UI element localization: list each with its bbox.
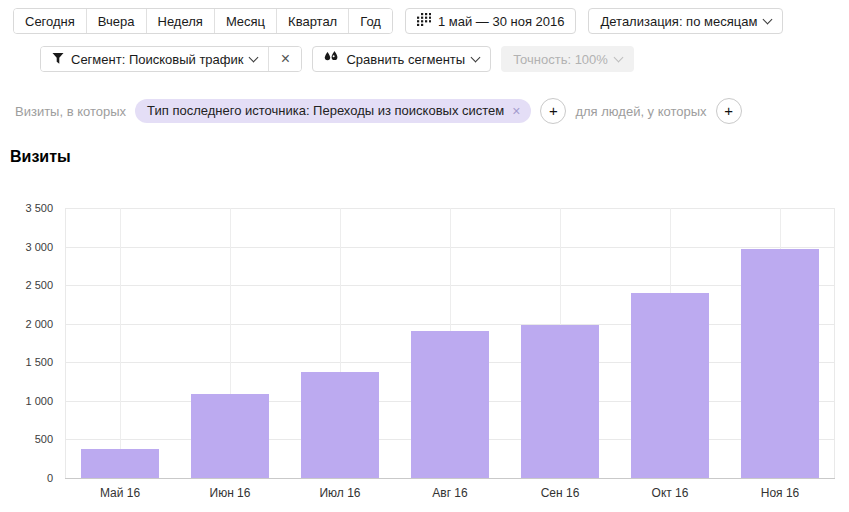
chevron-down-icon (249, 52, 259, 62)
chart-bar[interactable] (301, 372, 379, 478)
top-toolbar: СегодняВчераНеделяМесяцКварталГод 1 май … (13, 8, 849, 34)
x-axis-line (65, 478, 835, 479)
tab-year[interactable]: Год (349, 9, 392, 33)
tab-quarter[interactable]: Квартал (277, 9, 349, 33)
segment-control: Сегмент: Поисковый трафик × (40, 46, 302, 72)
segment-label: Сегмент: Поисковый трафик (71, 52, 243, 67)
segment-dropdown[interactable]: Сегмент: Поисковый трафик (41, 47, 268, 71)
visits-filter-prefix: Визиты, в которых (15, 104, 126, 119)
chevron-down-icon (471, 52, 481, 62)
y-axis-tick-label: 1 500 (1, 356, 53, 368)
tab-yesterday[interactable]: Вчера (87, 9, 147, 33)
y-axis-tick-label: 3 500 (1, 202, 53, 214)
chart-bar[interactable] (631, 293, 709, 478)
y-axis-tick-label: 0 (1, 472, 53, 484)
x-axis-label: Июн 16 (175, 486, 285, 500)
compare-drops-icon (324, 51, 339, 67)
y-axis-tick-label: 1 000 (1, 395, 53, 407)
filter-bar: Визиты, в которых Тип последнего источни… (15, 98, 849, 124)
tab-today[interactable]: Сегодня (14, 9, 87, 33)
chart-bar[interactable] (411, 331, 489, 478)
segment-condition-tag[interactable]: Тип последнего источника: Переходы из по… (135, 99, 531, 123)
compare-segments-dropdown[interactable]: Сравнить сегменты (312, 46, 491, 72)
segment-condition-label: Тип последнего источника: Переходы из по… (147, 103, 504, 118)
period-tab-group: СегодняВчераНеделяМесяцКварталГод (13, 8, 393, 34)
plot-border (834, 208, 835, 478)
calendar-icon (417, 13, 431, 29)
chart-bar[interactable] (741, 249, 819, 478)
accuracy-label: Точность: 100% (513, 52, 608, 67)
gridline (120, 208, 121, 478)
tag-close-icon[interactable]: × (512, 104, 520, 118)
add-visit-condition-button[interactable]: + (540, 98, 566, 124)
chart-title: Визиты (10, 148, 849, 166)
y-axis-tick-label: 2 000 (1, 318, 53, 330)
x-axis-label: Май 16 (65, 486, 175, 500)
y-axis-tick-label: 2 500 (1, 279, 53, 291)
segment-toolbar: Сегмент: Поисковый трафик × Сравнить сег… (40, 46, 849, 72)
x-axis-label: Окт 16 (615, 486, 725, 500)
x-axis-label: Ноя 16 (725, 486, 835, 500)
chart-bar[interactable] (191, 394, 269, 478)
segment-clear-button[interactable]: × (269, 47, 301, 71)
people-filter-prefix: для людей, у которых (575, 104, 706, 119)
chart-bar[interactable] (521, 325, 599, 478)
x-axis-label: Сен 16 (505, 486, 615, 500)
add-people-condition-button[interactable]: + (716, 98, 742, 124)
chevron-down-icon (763, 14, 773, 24)
y-axis-tick-label: 500 (1, 433, 53, 445)
detalization-label: Детализация: по месяцам (600, 14, 757, 29)
accuracy-dropdown[interactable]: Точность: 100% (501, 46, 634, 72)
date-range-button[interactable]: 1 май — 30 ноя 2016 (405, 8, 577, 34)
filter-funnel-icon (52, 52, 64, 67)
chevron-down-icon (613, 52, 623, 62)
chart-bar[interactable] (81, 449, 159, 478)
tab-week[interactable]: Неделя (147, 9, 215, 33)
tab-month[interactable]: Месяц (215, 9, 277, 33)
x-axis-label: Июл 16 (285, 486, 395, 500)
x-axis-label: Авг 16 (395, 486, 505, 500)
detalization-dropdown[interactable]: Детализация: по месяцам (588, 8, 783, 34)
plot-border (65, 208, 66, 478)
y-axis-tick-label: 3 000 (1, 241, 53, 253)
date-range-label: 1 май — 30 ноя 2016 (438, 14, 565, 29)
visits-bar-chart: 3 5003 0002 5002 0001 5001 0005000Май 16… (65, 208, 835, 478)
compare-segments-label: Сравнить сегменты (346, 52, 465, 67)
